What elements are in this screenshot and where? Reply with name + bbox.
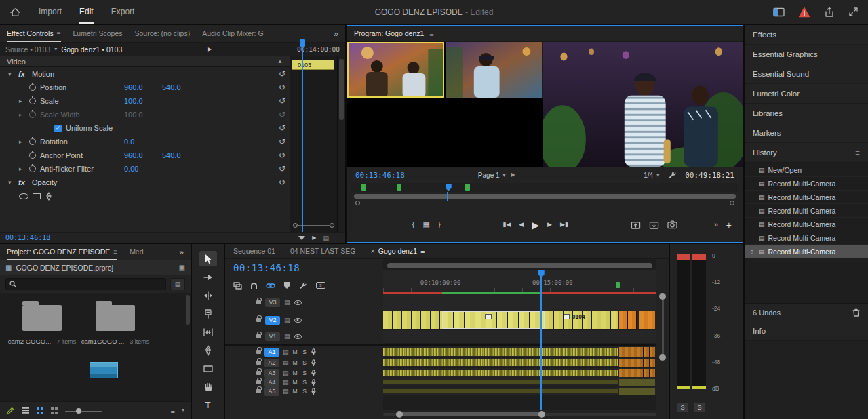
tab-source-monitor[interactable]: Source: (no clips) [134,25,190,42]
history-item-current[interactable]: ○▤Record Multi-Camera [745,245,868,258]
green-marker-icon[interactable] [465,184,470,191]
ellipse-mask-icon[interactable] [19,193,28,199]
audio-waveform[interactable] [383,370,618,377]
video-clip[interactable]: 0104 [545,311,618,329]
timeline-vertical-scrollbar[interactable] [656,259,669,410]
sort-icon[interactable]: ≡ [171,407,175,415]
track-target-v2[interactable]: V2 [265,316,280,325]
list-view-button[interactable] [22,407,29,414]
sync-lock-icon[interactable]: ▤ [283,370,289,376]
twirl-open-icon[interactable]: ▾ [8,179,14,186]
mark-out-button[interactable]: } [438,221,441,228]
anchor-x-value[interactable]: 960.0 [124,151,158,159]
panel-menu-icon[interactable]: ≡ [420,247,425,255]
project-file-row[interactable]: ▦ GOGO DENZ EPISODE.prproj ▣ [0,260,191,275]
history-item[interactable]: ▤Record Multi-Camera [745,177,868,191]
reset-icon[interactable]: ↺ [279,178,285,186]
rectangle-mask-icon[interactable] [33,193,41,199]
timeline-horizontal-scrollbar[interactable] [383,411,656,418]
mic-icon[interactable] [311,348,316,355]
program-timecode[interactable]: 00:13:46:18 [355,171,405,180]
snap-icon[interactable] [251,283,257,289]
tab-lumetri-scopes[interactable]: Lumetri Scopes [73,25,123,42]
ec-zoom-bar[interactable] [293,223,334,228]
ec-param-rotation[interactable]: ▸ Rotation 0.0 ↺ [0,135,290,148]
green-marker-icon[interactable] [616,282,620,288]
lock-icon[interactable] [256,380,261,384]
panel-tab-lumetri-color[interactable]: Lumetri Color [745,84,868,104]
solo-button[interactable]: S [302,379,308,386]
track-output-icon[interactable] [294,300,302,305]
mute-button[interactable]: M [292,379,298,386]
track-a3-content[interactable] [383,368,656,378]
audio-clip[interactable] [619,388,655,395]
type-tool[interactable]: T [199,397,217,413]
track-target-a2[interactable]: A2 [264,359,279,367]
program-scrubber[interactable] [353,192,737,201]
twirl-closed-icon[interactable]: ▸ [19,98,25,104]
timeline-ruler[interactable]: 00:10:00:00 00:15:00:00 [383,270,656,292]
history-item[interactable]: ▤Record Multi-Camera [745,218,868,231]
export-frame-button[interactable] [667,220,677,229]
video-clip-selected[interactable] [442,311,545,329]
tab-project[interactable]: Project: GOGO DENZ EPISODE≡ [7,244,117,260]
track-output-icon[interactable] [294,334,302,339]
lock-icon[interactable] [256,389,261,393]
play-icon[interactable]: ▶ [208,47,212,52]
solo-button[interactable]: S [302,348,308,355]
tab-effect-controls[interactable]: Effect Controls≡ [7,25,61,42]
solo-button[interactable]: S [302,359,308,366]
reset-icon[interactable]: ↺ [279,151,285,159]
nav-edit[interactable]: Edit [79,0,94,24]
close-icon[interactable]: × [370,247,374,255]
nav-export[interactable]: Export [111,0,135,24]
step-back-button[interactable]: ◀ [519,222,524,228]
history-item[interactable]: ▤Record Multi-Camera [745,231,868,245]
ec-param-anti-flicker[interactable]: ▸ Anti-flicker Filter 0.00 ↺ [0,162,290,176]
play-button[interactable]: ▶ [532,220,539,230]
track-select-forward-tool[interactable] [199,269,217,285]
stopwatch-icon[interactable] [29,84,36,91]
reset-icon[interactable]: ↺ [279,165,285,173]
ec-current-timecode[interactable]: 00:13:46:18 [5,234,50,241]
track-a2-content[interactable] [383,358,656,367]
pen-mask-icon[interactable] [45,192,53,201]
selection-tool[interactable] [199,251,217,266]
search-options-button[interactable]: ▤ [170,278,185,290]
panel-small-icon[interactable]: ▣ [179,264,185,271]
video-clip-orange[interactable] [619,311,637,329]
clip-indicator[interactable] [692,254,706,260]
reset-icon[interactable]: ↺ [279,97,285,105]
audio-waveform[interactable] [383,348,618,356]
settings-wrench-icon[interactable] [667,170,677,180]
pen-tool[interactable] [199,342,217,358]
chevron-down-icon[interactable]: ▾ [54,46,57,52]
tab-media-browser[interactable]: Med [130,244,143,260]
audio-waveform[interactable] [383,359,618,367]
thumbnail-zoom-slider[interactable] [65,407,102,414]
home-icon[interactable] [9,7,21,18]
hand-tool[interactable] [199,379,217,395]
bin-cam1[interactable]: cam1GOGO ...3 items [80,305,151,345]
solo-button[interactable]: S [302,388,308,395]
ec-uniform-scale[interactable]: ✓ Uniform Scale ↺ [0,121,290,135]
rectangle-tool[interactable] [199,361,217,376]
track-output-icon[interactable] [294,318,302,323]
program-playhead-handle[interactable] [446,184,452,191]
page-next-icon[interactable]: ▶ [511,172,515,178]
ec-playhead[interactable] [302,39,303,232]
chevron-down-icon[interactable]: ▾ [182,407,184,415]
timeline-playhead[interactable] [540,270,542,410]
panel-menu-icon[interactable]: ≡ [113,248,117,256]
sync-lock-icon[interactable]: ▤ [284,317,290,323]
mic-icon[interactable] [311,388,316,395]
mute-button[interactable]: M [292,348,298,355]
program-marker-lane[interactable] [351,183,738,192]
stopwatch-icon[interactable] [29,152,36,159]
share-icon[interactable] [824,7,835,18]
mute-button[interactable]: M [292,370,298,376]
green-marker-icon[interactable] [361,184,366,191]
multicam-camera-1[interactable] [347,42,444,98]
ec-mini-timeline[interactable]: 0103 [290,56,337,232]
panel-menu-icon[interactable]: ≡ [429,30,433,38]
